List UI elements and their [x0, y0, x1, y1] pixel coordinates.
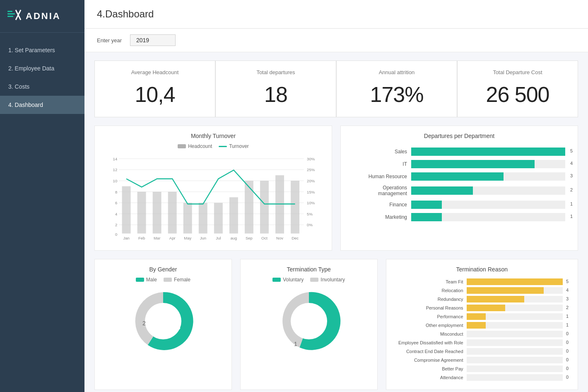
svg-text:aug: aug [230, 236, 237, 240]
legend-involuntary: Involuntary [310, 277, 345, 283]
svg-rect-28 [137, 192, 146, 234]
svg-rect-0 [7, 11, 12, 12]
dept-bar-finance: Finance 1 [353, 201, 565, 209]
svg-text:2: 2 [115, 223, 117, 227]
legend-headcount-label: Headcount [188, 143, 212, 149]
dept-bar-sales: Sales 5 [353, 148, 565, 156]
dept-bar-it: IT 4 [353, 160, 565, 168]
svg-text:4: 4 [115, 212, 117, 216]
termination-type-title: Termination Type [249, 266, 369, 273]
logo-icon [7, 7, 22, 25]
svg-rect-38 [291, 181, 299, 233]
svg-rect-36 [260, 181, 269, 233]
svg-rect-31 [183, 203, 192, 233]
sidebar-item-employee-data[interactable]: 2. Employee Data [0, 59, 84, 77]
svg-text:Dec: Dec [292, 236, 299, 240]
monthly-turnover-legend: Headcount Turnover [103, 143, 323, 149]
reason-bar-compromise: Compromise Agreement 0 [396, 357, 563, 363]
departures-dept-title: Departures per Department [349, 133, 569, 139]
kpi-cost: Total Departure Cost 26 500 [458, 61, 578, 117]
gender-donut-hole [145, 303, 181, 339]
reason-bar-personal: Personal Reasons 2 [396, 305, 563, 311]
svg-text:Mar: Mar [154, 236, 160, 240]
legend-male-label: Male [146, 277, 157, 283]
svg-text:10%: 10% [307, 201, 315, 205]
termination-type-donut: 1 4 [249, 286, 369, 356]
kpi-departures-value: 18 [264, 82, 287, 107]
svg-text:5%: 5% [307, 212, 313, 216]
svg-text:Feb: Feb [138, 236, 145, 240]
year-label: Enter year [97, 37, 122, 44]
reason-bar-dissatisfied: Employee Dissatisfied with Role 0 [396, 339, 563, 346]
sidebar-item-parameters[interactable]: 1. Set Parameters [0, 41, 84, 59]
term-involuntary-val: 1 [294, 341, 297, 347]
termination-reason-title: Termination Reason [395, 266, 569, 273]
year-input[interactable] [130, 34, 176, 46]
legend-female: Female [164, 277, 190, 283]
svg-text:Jan: Jan [123, 236, 129, 240]
kpi-cost-value: 26 500 [486, 82, 549, 107]
svg-text:Jul: Jul [216, 236, 221, 240]
reason-bar-teamfit: Team Fit 5 [396, 278, 563, 285]
svg-text:0: 0 [115, 232, 117, 237]
termination-reason-bars: Team Fit 5 Relocation 4 [395, 277, 569, 381]
svg-text:Jun: Jun [200, 236, 206, 240]
legend-headcount-icon [178, 144, 186, 148]
charts-row1: Monthly Turnover Headcount Turnover [94, 126, 578, 251]
legend-female-icon [164, 278, 172, 282]
term-voluntary-val: 4 [316, 320, 319, 327]
svg-text:Apr: Apr [169, 236, 176, 240]
svg-text:30%: 30% [307, 157, 315, 161]
svg-text:14: 14 [113, 157, 118, 161]
kpi-row: Average Headcount 10,4 Total departures … [94, 60, 578, 117]
year-row: Enter year [84, 29, 588, 52]
svg-text:Sep: Sep [246, 236, 253, 240]
main-content: 4.Dashboard Enter year Average Headcount… [84, 0, 588, 392]
svg-rect-33 [214, 203, 223, 233]
by-gender-svg: 2 3 [130, 288, 196, 354]
reason-bar-contract: Contract End Date Reached 0 [396, 348, 563, 355]
kpi-cost-label: Total Departure Cost [493, 69, 542, 75]
monthly-turnover-chart: Monthly Turnover Headcount Turnover [94, 126, 332, 251]
legend-voluntary-label: Voluntary [283, 277, 304, 283]
sidebar-nav: 1. Set Parameters 2. Employee Data 3. Co… [0, 41, 84, 114]
sidebar-item-costs[interactable]: 3. Costs [0, 77, 84, 96]
legend-voluntary-icon [272, 278, 281, 282]
svg-text:Oct: Oct [261, 236, 267, 240]
kpi-attrition: Annual attrition 173% [337, 61, 457, 117]
svg-rect-34 [229, 197, 238, 233]
legend-male: Male [136, 277, 157, 283]
termination-type-chart: Termination Type Voluntary Involuntary [240, 259, 378, 390]
legend-involuntary-label: Involuntary [321, 277, 345, 283]
page-header: 4.Dashboard [84, 0, 588, 29]
monthly-chart-svg: 14 12 10 8 6 4 2 0 30% 25% 20% 15% 10% [103, 152, 323, 244]
monthly-chart-area: 14 12 10 8 6 4 2 0 30% 25% 20% 15% 10% [103, 152, 323, 244]
term-donut-hole [291, 303, 327, 339]
sidebar: ADNIA 1. Set Parameters 2. Employee Data… [0, 0, 84, 392]
reason-bar-performance: Performance 1 [396, 313, 563, 320]
legend-voluntary: Voluntary [272, 277, 304, 283]
legend-turnover: Turnover [219, 143, 249, 149]
reason-bar-other-employment: Other employment 1 [396, 322, 563, 329]
reason-bar-misconduct: Misconduct 0 [396, 331, 563, 337]
sidebar-item-dashboard[interactable]: 4. Dashboard [0, 96, 84, 114]
departures-dept-bars: Sales 5 IT [349, 143, 569, 221]
legend-male-icon [136, 278, 144, 282]
kpi-headcount-label: Average Headcount [131, 69, 179, 75]
legend-female-label: Female [174, 277, 190, 283]
termination-reason-chart: Termination Reason Team Fit 5 Relocation [386, 259, 578, 390]
svg-text:6: 6 [115, 201, 117, 205]
by-gender-donut: 2 3 [103, 286, 223, 356]
svg-text:0%: 0% [307, 223, 313, 227]
gender-male-label: 3 [177, 324, 181, 331]
kpi-departures-label: Total departures [256, 69, 295, 75]
legend-headcount: Headcount [178, 143, 212, 149]
by-gender-chart: By Gender Male Female [94, 259, 232, 390]
termination-type-svg: 1 4 [276, 288, 342, 354]
svg-rect-1 [7, 13, 15, 15]
svg-rect-2 [7, 16, 13, 17]
by-gender-legend: Male Female [103, 277, 223, 283]
svg-rect-35 [245, 181, 253, 233]
svg-text:Nov: Nov [276, 236, 283, 240]
svg-text:10: 10 [113, 179, 118, 183]
